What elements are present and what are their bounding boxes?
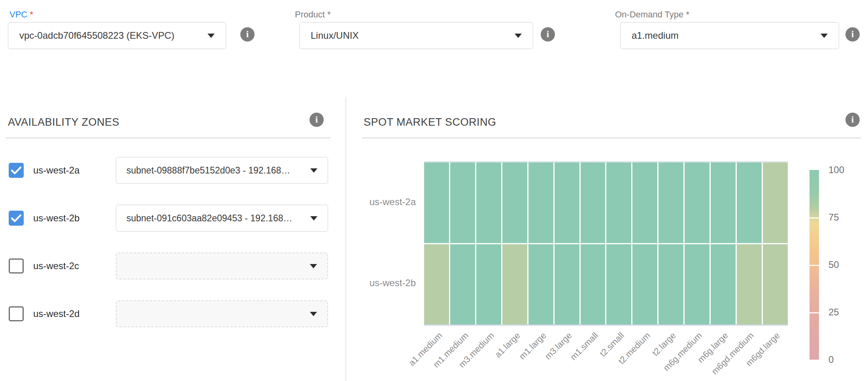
availability-zones-info-icon[interactable]: i (309, 113, 324, 127)
chevron-down-icon (821, 34, 828, 38)
product-required-asterisk: * (327, 9, 331, 19)
heatmap-cell (476, 162, 501, 243)
heatmap-cell (685, 244, 709, 325)
heatmap-row-label: us-west-2b (356, 277, 416, 289)
vpc-label-text: VPC (9, 9, 27, 19)
heatmap-cell (737, 162, 762, 243)
az-checkbox-us-west-2b[interactable] (9, 211, 24, 226)
spot-instance-config-page: VPC * vpc-0adcb70f645508223 (EKS-VPC) i … (0, 0, 868, 381)
heatmap-cell (555, 162, 579, 243)
check-icon (11, 214, 21, 222)
product-select[interactable]: Linux/UNIX (299, 22, 533, 49)
heatmap-cell (528, 162, 553, 243)
chevron-down-icon (208, 34, 215, 38)
az-subnet-select-us-west-2c[interactable] (116, 253, 328, 279)
panel-divider (345, 97, 346, 381)
chevron-down-icon (515, 34, 522, 38)
az-subnet-value: subnet-091c603aa82e09453 - 192.168… (126, 213, 292, 224)
heatmap-row-label: us-west-2a (356, 196, 416, 207)
spot-market-scoring-title: SPOT MARKET SCORING (364, 116, 496, 128)
on-demand-type-label-text: On-Demand Type (615, 9, 683, 19)
vpc-info-icon[interactable]: i (240, 27, 255, 41)
heatmap-cell (424, 162, 449, 243)
heatmap-cell (711, 244, 736, 325)
heatmap-cell (737, 244, 762, 325)
heatmap-cell (659, 244, 683, 325)
az-label-us-west-2c: us-west-2c (33, 253, 79, 279)
heatmap-grid (424, 161, 788, 326)
az-checkbox-us-west-2c[interactable] (9, 258, 24, 273)
on-demand-type-select-value: a1.medium (632, 30, 679, 41)
on-demand-type-info-icon[interactable]: i (845, 27, 860, 41)
on-demand-type-select[interactable]: a1.medium (620, 22, 839, 49)
az-label-us-west-2d: us-west-2d (33, 300, 79, 327)
colorbar-tick (810, 265, 819, 266)
colorbar-tick (810, 312, 819, 313)
colorbar-tick (810, 217, 819, 219)
az-subnet-select-us-west-2b[interactable]: subnet-091c603aa82e09453 - 192.168… (116, 205, 328, 232)
chevron-down-icon (310, 312, 317, 316)
vpc-label: VPC * (9, 9, 33, 20)
colorbar-label-50: 50 (828, 259, 839, 270)
az-row-us-west-2b: us-west-2b subnet-091c603aa82e09453 - 19… (0, 205, 345, 232)
heatmap-cell (659, 162, 683, 243)
az-subnet-select-us-west-2d[interactable] (116, 300, 328, 327)
colorbar-label-0: 0 (828, 354, 834, 365)
heatmap-cell (502, 244, 527, 325)
heatmap-cell (450, 244, 475, 325)
heatmap-cell (502, 162, 527, 243)
vpc-select[interactable]: vpc-0adcb70f645508223 (EKS-VPC) (8, 22, 226, 49)
heatmap-cell (711, 162, 736, 243)
az-row-us-west-2a: us-west-2a subnet-09888f7be5152d0e3 - 19… (0, 157, 345, 184)
product-label-text: Product (295, 9, 325, 19)
colorbar-label-75: 75 (828, 212, 839, 223)
heatmap-cell (555, 244, 579, 325)
heatmap-cell (606, 162, 631, 243)
az-checkbox-us-west-2d[interactable] (9, 306, 24, 321)
product-info-icon[interactable]: i (541, 27, 555, 41)
chevron-down-icon (310, 216, 317, 221)
az-label-us-west-2b: us-west-2b (33, 205, 79, 232)
az-checkbox-us-west-2a[interactable] (9, 163, 24, 178)
heatmap-cell (581, 162, 606, 243)
availability-zones-title: AVAILABILITY ZONES (8, 116, 119, 128)
heatmap-cell (528, 244, 553, 325)
heatmap-cell (632, 162, 657, 243)
heatmap-cell (685, 162, 709, 243)
vpc-select-value: vpc-0adcb70f645508223 (EKS-VPC) (19, 30, 174, 41)
az-label-us-west-2a: us-west-2a (33, 157, 79, 184)
vpc-required-asterisk: * (30, 9, 33, 19)
availability-zones-divider (6, 138, 330, 138)
heatmap-cell (476, 244, 501, 325)
az-subnet-select-us-west-2a[interactable]: subnet-09888f7be5152d0e3 - 192.168… (116, 157, 328, 184)
az-row-us-west-2d: us-west-2d (0, 300, 345, 327)
colorbar-label-100: 100 (828, 164, 844, 175)
az-row-us-west-2c: us-west-2c (0, 253, 345, 279)
product-select-value: Linux/UNIX (311, 30, 359, 41)
chevron-down-icon (310, 264, 317, 268)
chevron-down-icon (310, 168, 317, 173)
colorbar-label-25: 25 (828, 307, 839, 318)
heatmap-cell (450, 162, 475, 243)
product-label: Product * (295, 9, 331, 20)
heatmap-cell (763, 244, 788, 325)
spot-market-scoring-divider (362, 138, 861, 138)
check-icon (11, 166, 21, 174)
spot-market-scoring-info-icon[interactable]: i (845, 113, 860, 127)
heatmap-cell (606, 244, 631, 325)
on-demand-required-asterisk: * (686, 9, 689, 19)
heatmap-cell (424, 244, 449, 325)
on-demand-type-label: On-Demand Type * (615, 9, 689, 20)
heatmap-cell (632, 244, 657, 325)
heatmap-cell (763, 162, 788, 243)
heatmap-cell (581, 244, 606, 325)
colorbar (810, 170, 819, 360)
az-subnet-value: subnet-09888f7be5152d0e3 - 192.168… (126, 165, 290, 176)
